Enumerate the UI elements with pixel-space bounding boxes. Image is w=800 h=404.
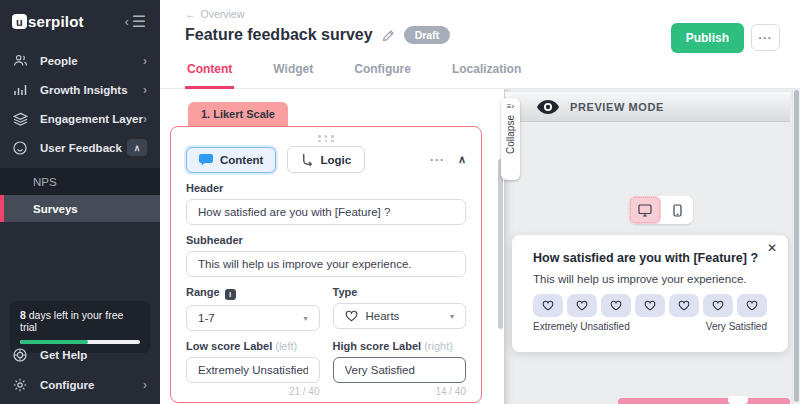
preview-subtitle: This will help us improve your experienc… bbox=[533, 273, 767, 285]
preview-high-label: Very Satisfied bbox=[706, 321, 767, 332]
caret-down-icon: ▾ bbox=[450, 312, 454, 321]
eye-icon bbox=[537, 100, 559, 114]
sidebar-item-label: People bbox=[40, 55, 143, 67]
more-options-button[interactable]: ··· bbox=[751, 24, 780, 51]
preview-low-label: Extremely Unsatisfied bbox=[533, 321, 630, 332]
high-score-input[interactable] bbox=[333, 357, 467, 383]
sidebar-item-label: Engagement Layer bbox=[40, 113, 143, 125]
sidebar-item-label: Get Help bbox=[40, 349, 147, 361]
survey-editor-panel: 1. Likert Scale Content Logic ··· ∧ bbox=[160, 89, 504, 404]
heart-rating-button[interactable] bbox=[533, 294, 563, 317]
chevron-right-icon: › bbox=[143, 54, 147, 68]
desktop-icon bbox=[638, 204, 652, 217]
sidebar-item-growth-insights[interactable]: Growth Insights › bbox=[0, 75, 160, 104]
userpilot-logo: userpilot bbox=[12, 13, 84, 30]
mobile-icon bbox=[673, 204, 682, 217]
content-mode-button[interactable]: Content bbox=[186, 147, 276, 173]
sidebar-item-label: User Feedback bbox=[40, 142, 127, 154]
sidebar-collapse-button[interactable]: ‹ ☰ bbox=[125, 12, 146, 31]
header-field-label: Header bbox=[186, 182, 466, 194]
heart-rating-button[interactable] bbox=[601, 294, 631, 317]
status-badge: Draft bbox=[404, 26, 451, 44]
sidebar-item-engagement-layer[interactable]: Engagement Layer › bbox=[0, 104, 160, 133]
sidebar-item-configure[interactable]: Configure › bbox=[0, 370, 160, 400]
bar-chart-icon bbox=[13, 83, 29, 96]
type-select[interactable]: Hearts ▾ bbox=[333, 303, 467, 329]
collapse-preview-button[interactable]: ≡› Collapse bbox=[501, 98, 520, 180]
info-icon[interactable]: i bbox=[225, 289, 236, 300]
close-icon[interactable]: ✕ bbox=[767, 242, 777, 254]
heart-rating-button[interactable] bbox=[669, 294, 699, 317]
gear-icon bbox=[13, 378, 29, 392]
collapse-card-icon[interactable]: ∧ bbox=[458, 153, 466, 166]
lifebuoy-icon bbox=[13, 348, 29, 362]
subheader-input[interactable] bbox=[186, 251, 466, 277]
heart-rating-button[interactable] bbox=[635, 294, 665, 317]
tab-localization[interactable]: Localization bbox=[450, 54, 523, 89]
preview-title: How satisfied are you with [Feature] ? bbox=[533, 251, 767, 265]
low-score-char-count: 21 / 40 bbox=[186, 386, 320, 397]
preview-scrollbar[interactable] bbox=[792, 89, 800, 404]
people-icon bbox=[13, 54, 29, 67]
high-score-char-count: 14 / 40 bbox=[333, 386, 467, 397]
userpilot-logo-icon: u bbox=[12, 14, 27, 29]
mobile-preview-button[interactable] bbox=[661, 196, 693, 224]
chevron-right-icon: › bbox=[143, 378, 147, 392]
user-feedback-submenu: NPS Surveys bbox=[0, 168, 160, 222]
heart-rating-button[interactable] bbox=[737, 294, 767, 317]
trial-countdown-text: 8 days left in your free trial bbox=[20, 309, 140, 333]
dots-menu-icon: ··· bbox=[759, 32, 773, 44]
publish-button[interactable]: Publish bbox=[671, 23, 744, 53]
step-tag[interactable]: 1. Likert Scale bbox=[188, 102, 288, 126]
hamburger-icon: ☰ bbox=[132, 12, 146, 31]
preview-mode-label: PREVIEW MODE bbox=[570, 101, 664, 113]
low-score-field-label: Low score Label (left) bbox=[186, 340, 320, 352]
chevron-right-icon: › bbox=[143, 112, 147, 126]
high-score-field-label: High score Label (right) bbox=[333, 340, 467, 352]
collapse-panel-icon: ≡› bbox=[507, 103, 514, 112]
submenu-item-label: NPS bbox=[33, 176, 57, 188]
edit-title-icon[interactable] bbox=[382, 29, 395, 42]
back-arrow-icon: ← bbox=[185, 8, 196, 20]
tab-content[interactable]: Content bbox=[185, 54, 234, 89]
preview-scrollbar-thumb[interactable] bbox=[794, 90, 799, 402]
page-title: Feature feedback survey bbox=[185, 26, 373, 44]
tab-configure[interactable]: Configure bbox=[352, 54, 413, 89]
breadcrumb-label: Overview bbox=[201, 8, 245, 20]
collapse-section-button[interactable]: ∧ bbox=[127, 139, 147, 156]
desktop-preview-button[interactable] bbox=[629, 196, 661, 224]
type-field-label: Type bbox=[333, 286, 467, 298]
sidebar-footer: Get Help Configure › bbox=[0, 340, 160, 400]
card-menu-icon[interactable]: ··· bbox=[430, 153, 445, 167]
sidebar: userpilot ‹ ☰ People › Growth Insights ›… bbox=[0, 0, 160, 404]
header-input[interactable] bbox=[186, 199, 466, 225]
peek-bump bbox=[728, 396, 748, 404]
low-score-input[interactable] bbox=[186, 357, 320, 383]
likert-hearts-row bbox=[533, 294, 767, 317]
range-select[interactable]: 1-7 ▾ bbox=[186, 305, 320, 331]
logic-mode-button[interactable]: Logic bbox=[287, 146, 365, 173]
editor-scrollbar[interactable] bbox=[498, 159, 503, 329]
sidebar-item-people[interactable]: People › bbox=[0, 46, 160, 75]
collapse-label: Collapse bbox=[505, 115, 516, 154]
heart-icon bbox=[345, 310, 358, 322]
caret-down-icon: ▾ bbox=[303, 314, 307, 323]
tab-widget[interactable]: Widget bbox=[271, 54, 315, 89]
subheader-field-label: Subheader bbox=[186, 234, 466, 246]
device-toggle bbox=[629, 196, 693, 224]
submenu-item-label: Surveys bbox=[33, 203, 78, 215]
speech-bubble-icon bbox=[199, 154, 213, 166]
sidebar-item-nps[interactable]: NPS bbox=[0, 168, 160, 195]
preview-panel: ≡› Collapse PREVIEW MODE ✕ How satisfied… bbox=[504, 89, 800, 404]
heart-rating-button[interactable] bbox=[703, 294, 733, 317]
sidebar-item-surveys[interactable]: Surveys bbox=[0, 195, 160, 222]
heart-rating-button[interactable] bbox=[567, 294, 597, 317]
range-field-label: Rangei bbox=[186, 286, 320, 300]
breadcrumb[interactable]: ← Overview bbox=[185, 8, 244, 20]
drag-handle-icon[interactable] bbox=[317, 135, 335, 142]
sidebar-item-get-help[interactable]: Get Help bbox=[0, 340, 160, 370]
page-header: ← Overview Feature feedback survey Draft… bbox=[160, 0, 800, 89]
likert-scale-card: Content Logic ··· ∧ Header Subheader Ran… bbox=[170, 126, 482, 403]
chevron-right-icon: › bbox=[143, 83, 147, 97]
sidebar-item-user-feedback[interactable]: User Feedback ∧ bbox=[0, 133, 160, 162]
